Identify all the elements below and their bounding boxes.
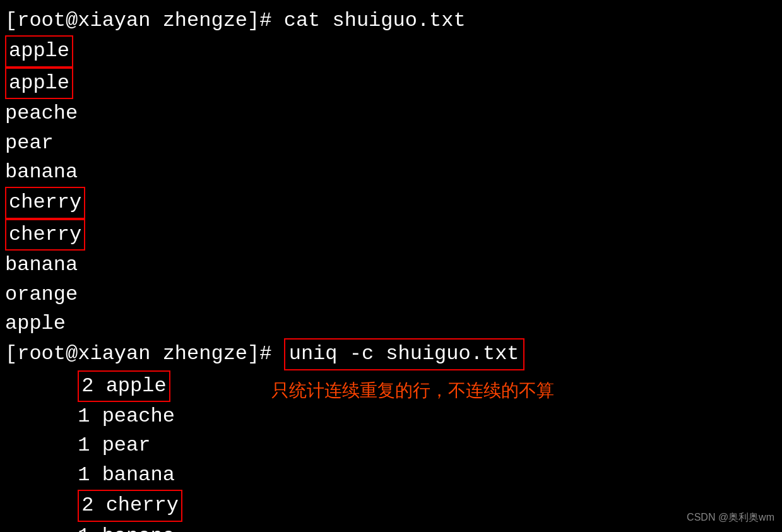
terminal-window: [root@xiayan zhengze]# cat shuiguo.txt a… <box>0 0 782 532</box>
csdn-watermark: CSDN @奥利奥wm <box>687 511 774 524</box>
uniq-cmd-box: uniq -c shuiguo.txt <box>284 338 524 370</box>
result-2cherry: 2 cherry <box>5 490 782 521</box>
result-1pear: 1 pear <box>5 431 782 460</box>
annotation-text: 只统计连续重复的行，不连续的不算 <box>271 379 554 403</box>
cat-cmd: cat shuiguo.txt <box>284 9 466 32</box>
line-orange: orange <box>5 280 782 309</box>
cherry-1-box: cherry <box>5 187 85 218</box>
line-banana-2: banana <box>5 251 782 280</box>
line-pear: pear <box>5 129 782 158</box>
line-cherry-2: cherry <box>5 219 782 251</box>
line-cherry-1: cherry <box>5 187 782 218</box>
line-apple-1: apple <box>5 35 782 67</box>
cherry-2-box: cherry <box>5 219 85 251</box>
result-1peache: 1 peache <box>5 402 782 431</box>
result-2cherry-box: 2 cherry <box>78 490 182 521</box>
prompt: [root@xiayan zhengze]# <box>5 9 271 32</box>
prompt-2: [root@xiayan zhengze]# <box>5 342 271 365</box>
cat-command-line: [root@xiayan zhengze]# cat shuiguo.txt <box>5 6 782 35</box>
apple-2-box: apple <box>5 68 73 99</box>
line-apple-2: apple <box>5 68 782 99</box>
apple-1-box: apple <box>5 35 73 67</box>
uniq-command-line: [root@xiayan zhengze]# uniq -c shuiguo.t… <box>5 338 782 370</box>
line-banana-1: banana <box>5 158 782 187</box>
result-1banana: 1 banana <box>5 461 782 490</box>
line-peache: peache <box>5 99 782 128</box>
result-1banana-2: 1 banana <box>5 522 782 532</box>
line-apple-3: apple <box>5 309 782 338</box>
uniq-cmd: uniq -c shuiguo.txt <box>289 342 519 365</box>
result-2apple-box: 2 apple <box>78 370 170 402</box>
